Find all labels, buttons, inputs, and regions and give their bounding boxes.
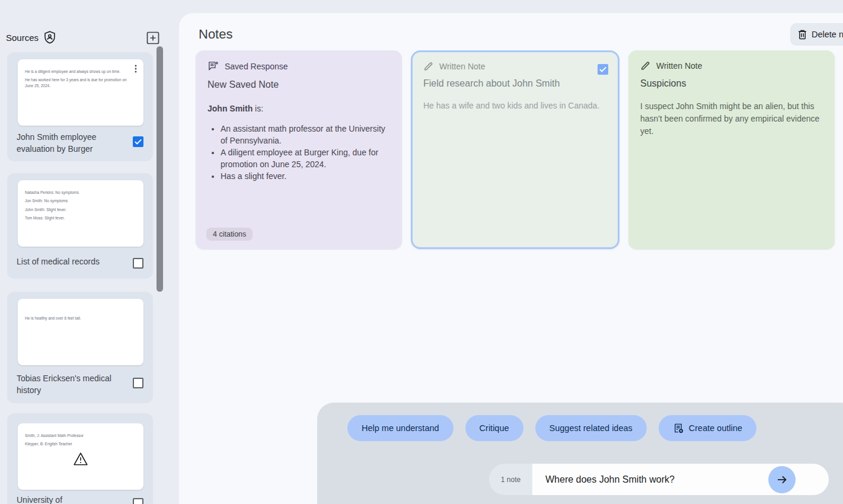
trash-icon xyxy=(798,30,807,40)
chip-create-outline[interactable]: Create outline xyxy=(659,415,756,441)
delete-note-button[interactable]: Delete note xyxy=(790,23,843,46)
note-title: Suspicions xyxy=(640,78,823,89)
chip-label: Create outline xyxy=(689,423,742,433)
citations-chip[interactable]: 4 citations xyxy=(206,228,253,241)
chat-input-row: 1 note Where does John Smith work? xyxy=(489,464,829,495)
suggestion-chips: Help me understand Critique Suggest rela… xyxy=(347,415,756,441)
source-checkbox[interactable] xyxy=(133,378,143,388)
note-title: New Saved Note xyxy=(207,79,390,90)
note-card-written[interactable]: Written Note Suspicions I suspect John S… xyxy=(628,50,835,249)
chip-help-me-understand[interactable]: Help me understand xyxy=(347,415,454,441)
send-button[interactable] xyxy=(768,466,796,493)
source-checkbox[interactable] xyxy=(133,498,143,504)
source-card[interactable]: Natasha Perkins: No symptoms Jon Smith: … xyxy=(7,173,153,279)
chat-panel: Help me understand Critique Suggest rela… xyxy=(317,403,843,504)
sources-title: Sources xyxy=(6,33,39,43)
note-bullet: A diligent employee at Burger King, due … xyxy=(221,146,391,170)
source-card[interactable]: Smith, J: Assistant Math Professor Klepp… xyxy=(7,413,153,504)
warning-icon xyxy=(18,452,143,468)
chip-suggest-related-ideas[interactable]: Suggest related ideas xyxy=(535,415,647,441)
saved-response-icon xyxy=(207,60,219,72)
source-preview-text: He is a diligent employee and always sho… xyxy=(25,69,135,91)
note-bullet-list: An assistant math professor at the Unive… xyxy=(221,123,391,182)
source-card[interactable]: He is healthy and over 6 feet tall. Tobi… xyxy=(7,292,153,403)
chat-query-input[interactable]: Where does John Smith work? xyxy=(532,464,829,495)
source-preview-text: Natasha Perkins: No symptoms Jon Smith: … xyxy=(25,190,135,224)
source-title: Tobias Ericksen's medical history xyxy=(17,372,119,396)
source-checkbox[interactable] xyxy=(133,136,143,147)
note-card-saved-response[interactable]: Saved Response New Saved Note John Smith… xyxy=(196,50,402,249)
sources-header: Sources xyxy=(6,31,56,44)
delete-note-label: Delete note xyxy=(812,30,843,39)
source-thumbnail[interactable]: Natasha Perkins: No symptoms Jon Smith: … xyxy=(18,180,143,247)
source-card[interactable]: He is a diligent employee and always sho… xyxy=(7,52,153,161)
source-thumbnail[interactable]: Smith, J: Assistant Math Professor Klepp… xyxy=(18,423,143,490)
note-body: He has a wife and two kids and lives in … xyxy=(423,101,607,110)
privacy-shield-icon xyxy=(44,31,56,44)
source-checkbox[interactable] xyxy=(133,258,143,269)
note-card-written-selected[interactable]: Written Note Field research about John S… xyxy=(411,50,620,249)
create-outline-icon xyxy=(673,423,684,433)
note-type-header: Written Note xyxy=(640,60,823,71)
sidebar-scrollbar[interactable] xyxy=(157,46,163,292)
source-title: List of medical records xyxy=(17,256,119,267)
source-preview-text: Smith, J: Assistant Math Professor Klepp… xyxy=(25,433,135,450)
note-body: I suspect John Smith might be an alien, … xyxy=(640,100,825,138)
note-bullet: An assistant math professor at the Unive… xyxy=(221,123,391,146)
notes-panel-title: Notes xyxy=(199,27,232,42)
note-type-label: Saved Response xyxy=(225,62,288,71)
source-preview-text: He is healthy and over 6 feet tall. xyxy=(25,315,135,324)
note-title: Field research about John Smith xyxy=(423,78,607,89)
note-lead: John Smith is: xyxy=(207,103,390,114)
note-checkbox[interactable] xyxy=(598,64,608,75)
chat-query-text: Where does John Smith work? xyxy=(545,474,675,485)
note-count-badge: 1 note xyxy=(489,464,532,495)
source-title: John Smith employee evaluation by Burger xyxy=(17,131,119,155)
pencil-icon xyxy=(640,60,650,71)
sources-sidebar: Sources He is a diligent employee and al… xyxy=(0,0,179,504)
source-thumbnail[interactable]: He is a diligent employee and always sho… xyxy=(18,59,143,126)
note-type-label: Written Note xyxy=(439,62,486,71)
pencil-icon xyxy=(423,61,433,71)
chip-critique[interactable]: Critique xyxy=(465,415,523,441)
add-source-button[interactable] xyxy=(146,31,160,45)
source-title: University of xyxy=(17,494,119,504)
note-type-header: Written Note xyxy=(423,61,607,71)
note-type-header: Saved Response xyxy=(207,60,390,72)
note-bullet: Has a slight fever. xyxy=(221,170,391,182)
note-type-label: Written Note xyxy=(656,61,702,71)
source-thumbnail[interactable]: He is healthy and over 6 feet tall. xyxy=(18,299,143,365)
